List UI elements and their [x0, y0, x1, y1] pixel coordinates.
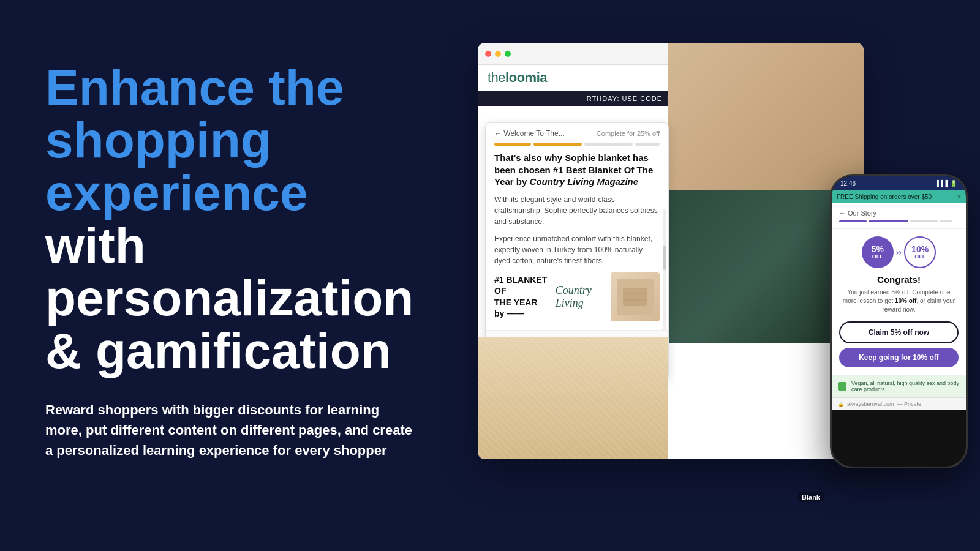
phone-story-back[interactable]: ← Our Story — [839, 209, 876, 217]
left-section: Enhance the shopping experience with per… — [45, 61, 450, 460]
phone-prog-2 — [869, 220, 908, 222]
private-label: — Private — [897, 401, 922, 407]
reward-circle-5pct: 5% OFF — [862, 236, 894, 268]
headline-line4: & gamification — [45, 324, 450, 377]
phone-progress-bars — [839, 220, 959, 222]
phone-prog-4 — [940, 220, 952, 222]
wifi-icon: 🔋 — [950, 180, 957, 187]
subtext: Reward shoppers with bigger discounts fo… — [45, 400, 413, 460]
progress-bars — [486, 140, 668, 152]
headline-line1: Enhance the — [45, 61, 450, 114]
keep-going-button[interactable]: Keep going for 10% off — [839, 348, 959, 367]
phone-story-header: ← Our Story — [839, 209, 959, 217]
product-img-top — [668, 43, 864, 190]
phone-story-section: ← Our Story — [832, 203, 966, 229]
bottom-popup-text: Vegan, all natural, high quality sex and… — [851, 380, 960, 392]
blanket-area — [478, 337, 668, 459]
progress-seg-4 — [635, 143, 660, 146]
product-thumbnail — [611, 272, 660, 321]
popup-body2: Experience unmatched comfort with this b… — [494, 233, 660, 266]
popup-content: That's also why Sophie blanket has been … — [486, 152, 668, 330]
complete-text: Complete for 25% off — [597, 130, 660, 137]
congrats-description: You just earned 5% off. Complete one mor… — [839, 288, 959, 314]
right-section: theloomia Best Sellers New Arrivals F...… — [478, 0, 980, 551]
status-icons: ▐▐▐ 🔋 — [935, 180, 957, 187]
progress-seg-2 — [533, 143, 582, 146]
leaf-icon — [838, 382, 846, 391]
award-text: #1 BLANKET OFTHE YEAR by —— — [494, 274, 549, 319]
award-section: #1 BLANKET OFTHE YEAR by —— Country Livi… — [494, 272, 660, 321]
minimize-dot — [495, 51, 501, 57]
scroll-thumb — [663, 246, 666, 270]
award-logo: Country Living — [556, 284, 605, 310]
phone-mockup: 12:46 ▐▐▐ 🔋 FREE Shipping on orders over… — [830, 174, 968, 468]
svg-rect-1 — [623, 288, 647, 306]
shipping-text: FREE Shipping on orders over $50 — [837, 193, 932, 200]
website-address: alwaysberoyal.com — [847, 401, 894, 407]
headline-line2: shopping experience — [45, 114, 450, 219]
loomia-logo: theloomia — [488, 70, 547, 86]
browser-mockup: theloomia Best Sellers New Arrivals F...… — [478, 43, 864, 459]
reward-circle-10pct: 10% OFF — [904, 236, 936, 268]
phone-time: 12:46 — [840, 180, 856, 187]
congrats-title: Congrats! — [839, 274, 959, 285]
close-dot — [485, 51, 491, 57]
rewards-chevron-icon: ›› — [896, 247, 902, 257]
popup-body1: With its elegant style and world-class c… — [494, 194, 660, 227]
phone-prog-1 — [839, 220, 867, 222]
maximize-dot — [505, 51, 511, 57]
claim-5off-button[interactable]: Claim 5% off now — [839, 321, 959, 343]
phone-bottom-popup: Vegan, all natural, high quality sex and… — [832, 375, 966, 397]
lock-icon: 🔒 — [838, 402, 844, 407]
shipping-banner: FREE Shipping on orders over $50 × — [832, 190, 966, 203]
phone-congrats: 5% OFF ›› 10% OFF Congrats! You just ear… — [832, 229, 966, 375]
back-arrow[interactable]: ← Welcome To The... — [494, 129, 565, 138]
blanket-texture — [478, 337, 668, 459]
progress-seg-1 — [494, 143, 531, 146]
progress-seg-3 — [584, 143, 633, 146]
progress-header: ← Welcome To The... Complete for 25% off — [486, 123, 668, 140]
phone-prog-3 — [910, 220, 938, 222]
blanket-product-label: Blank — [798, 492, 824, 502]
signal-icon: ▐▐▐ — [935, 180, 948, 187]
scroll-track — [663, 209, 666, 331]
headline-line3: with personalization — [45, 219, 450, 324]
phone-address-bar: 🔒 alwaysberoyal.com — Private — [832, 397, 966, 410]
rewards-circles: 5% OFF ›› 10% OFF — [839, 236, 959, 268]
headline: Enhance the shopping experience with per… — [45, 61, 450, 378]
shipping-close-icon[interactable]: × — [957, 193, 961, 200]
phone-status-bar: 12:46 ▐▐▐ 🔋 — [832, 176, 966, 190]
popup-title: That's also why Sophie blanket has been … — [494, 152, 660, 188]
